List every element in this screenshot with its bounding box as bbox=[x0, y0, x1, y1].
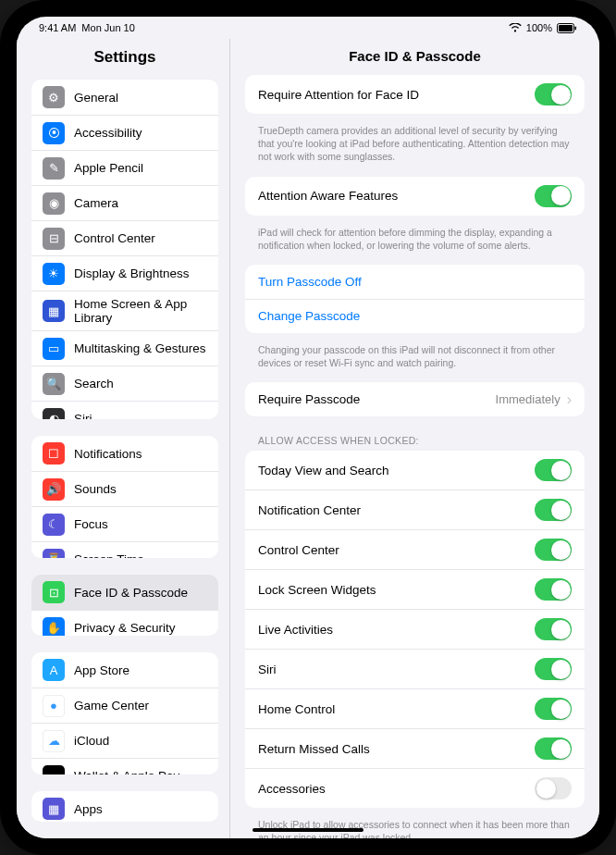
sidebar-item-label: Camera bbox=[74, 196, 118, 210]
sidebar-item-general[interactable]: ⚙General bbox=[31, 80, 218, 115]
require-attention-row[interactable]: Require Attention for Face ID bbox=[245, 75, 585, 114]
attention-aware-label: Attention Aware Features bbox=[258, 189, 398, 203]
sidebar-icon: ☀ bbox=[43, 263, 65, 285]
access-lock-screen-widgets-row[interactable]: Lock Screen Widgets bbox=[245, 569, 585, 609]
sidebar-item-apple-pencil[interactable]: ✎Apple Pencil bbox=[31, 150, 218, 185]
sidebar-icon: 🔍 bbox=[43, 373, 65, 395]
access-control-center-toggle[interactable] bbox=[535, 539, 572, 561]
access-live-activities-toggle[interactable] bbox=[535, 618, 572, 640]
access-home-control-toggle[interactable] bbox=[535, 698, 572, 720]
access-return-missed-calls-toggle[interactable] bbox=[535, 737, 572, 760]
home-indicator[interactable] bbox=[253, 828, 363, 832]
sidebar-item-sounds[interactable]: 🔊Sounds bbox=[31, 471, 218, 506]
sidebar-icon: ✎ bbox=[43, 157, 65, 180]
access-accessories-row[interactable]: Accessories bbox=[245, 768, 585, 808]
passcode-actions-footer: Changing your passcode on this iPad will… bbox=[245, 339, 585, 382]
svg-rect-2 bbox=[575, 26, 577, 30]
status-time: 9:41 AM bbox=[39, 22, 76, 33]
attention-aware-row[interactable]: Attention Aware Features bbox=[245, 177, 585, 216]
access-control-center-row[interactable]: Control Center bbox=[245, 529, 585, 569]
sidebar-item-game-center[interactable]: ●Game Center bbox=[31, 688, 218, 723]
sidebar-item-label: Screen Time bbox=[74, 552, 144, 558]
sidebar-item-apps[interactable]: ▦Apps bbox=[31, 791, 218, 822]
sidebar-item-wallet-apple-pay[interactable]: ▭Wallet & Apple Pay bbox=[31, 758, 218, 774]
sidebar-item-control-center[interactable]: ⊟Control Center bbox=[31, 220, 218, 255]
row-label: Home Control bbox=[258, 702, 335, 716]
sidebar-item-icloud[interactable]: ☁iCloud bbox=[31, 723, 218, 758]
sidebar-item-search[interactable]: 🔍Search bbox=[31, 366, 218, 401]
turn-passcode-off-button[interactable]: Turn Passcode Off bbox=[245, 265, 585, 299]
sidebar-item-notifications[interactable]: ☐Notifications bbox=[31, 436, 218, 471]
sidebar-item-label: Display & Brightness bbox=[74, 266, 190, 280]
sidebar-item-face-id-passcode[interactable]: ⊡Face ID & Passcode bbox=[31, 575, 218, 610]
device-frame: 9:41 AM Mon Jun 10 100% Settings ⚙Genera… bbox=[0, 0, 616, 855]
sidebar-item-multitasking-gestures[interactable]: ▭Multitasking & Gestures bbox=[31, 330, 218, 366]
wifi-icon bbox=[509, 23, 522, 32]
sidebar-item-label: Accessibility bbox=[74, 126, 142, 140]
battery-pct: 100% bbox=[526, 22, 552, 33]
sidebar-item-privacy-security[interactable]: ✋Privacy & Security bbox=[31, 610, 218, 636]
attention-aware-toggle[interactable] bbox=[535, 185, 572, 207]
row-label: Lock Screen Widgets bbox=[258, 583, 376, 597]
detail-scroll[interactable]: Require Attention for Face ID TrueDepth … bbox=[230, 75, 599, 838]
sidebar-item-label: Focus bbox=[74, 517, 108, 531]
sidebar-item-display-brightness[interactable]: ☀Display & Brightness bbox=[31, 255, 218, 291]
access-siri-toggle[interactable] bbox=[535, 658, 572, 680]
access-live-activities-row[interactable]: Live Activities bbox=[245, 609, 585, 649]
row-label: Live Activities bbox=[258, 623, 333, 637]
sidebar-item-label: Privacy & Security bbox=[74, 621, 176, 635]
attention-aware-footer: iPad will check for attention before dim… bbox=[245, 221, 585, 265]
sidebar-item-accessibility[interactable]: ⦿Accessibility bbox=[31, 115, 218, 150]
sidebar-icon: ⦿ bbox=[43, 122, 65, 144]
status-date: Mon Jun 10 bbox=[81, 22, 134, 33]
require-attention-label: Require Attention for Face ID bbox=[258, 88, 419, 102]
access-today-view-and-search-row[interactable]: Today View and Search bbox=[245, 451, 585, 489]
sidebar-item-label: iCloud bbox=[74, 734, 109, 748]
access-locked-footer: Unlock iPad to allow accessories to conn… bbox=[245, 813, 585, 838]
sidebar-icon: ☐ bbox=[43, 442, 65, 465]
sidebar-item-label: Siri bbox=[74, 412, 92, 419]
sidebar-item-app-store[interactable]: AApp Store bbox=[31, 652, 218, 688]
sidebar-icon: ⊡ bbox=[43, 581, 65, 603]
sidebar-item-siri[interactable]: ◐Siri bbox=[31, 401, 218, 419]
access-locked-list: Today View and SearchNotification Center… bbox=[245, 451, 585, 808]
row-label: Notification Center bbox=[258, 503, 361, 517]
access-notification-center-row[interactable]: Notification Center bbox=[245, 489, 585, 529]
access-accessories-toggle[interactable] bbox=[535, 777, 572, 799]
access-home-control-row[interactable]: Home Control bbox=[245, 688, 585, 728]
row-label: Return Missed Calls bbox=[258, 742, 370, 756]
access-lock-screen-widgets-toggle[interactable] bbox=[535, 578, 572, 601]
sidebar-icon: ◉ bbox=[43, 192, 65, 215]
access-locked-header: Allow Access When Locked: bbox=[245, 422, 585, 451]
require-passcode-label: Require Passcode bbox=[258, 392, 360, 406]
detail-title: Face ID & Passcode bbox=[230, 39, 599, 75]
sidebar-icon: ☁ bbox=[43, 730, 65, 752]
sidebar-icon: ✋ bbox=[43, 617, 65, 636]
sidebar-item-label: Search bbox=[74, 377, 114, 390]
sidebar-item-focus[interactable]: ☾Focus bbox=[31, 506, 218, 541]
require-passcode-value: Immediately bbox=[496, 392, 561, 406]
access-return-missed-calls-row[interactable]: Return Missed Calls bbox=[245, 728, 585, 768]
sidebar-item-label: Face ID & Passcode bbox=[74, 586, 188, 600]
access-siri-row[interactable]: Siri bbox=[245, 649, 585, 688]
sidebar-icon: ⚙ bbox=[43, 86, 65, 108]
row-label: Control Center bbox=[258, 543, 339, 557]
statusbar: 9:41 AM Mon Jun 10 100% bbox=[17, 17, 599, 39]
sidebar-item-label: Game Center bbox=[74, 699, 149, 712]
sidebar-item-label: Home Screen & App Library bbox=[74, 297, 207, 325]
sidebar-title: Settings bbox=[31, 39, 218, 80]
sidebar-item-camera[interactable]: ◉Camera bbox=[31, 185, 218, 220]
change-passcode-button[interactable]: Change Passcode bbox=[245, 299, 585, 333]
sidebar-item-label: Sounds bbox=[74, 482, 117, 496]
access-today-view-and-search-toggle[interactable] bbox=[535, 459, 572, 481]
sidebar-icon: ● bbox=[43, 695, 65, 717]
sidebar-item-home-screen-app-library[interactable]: ▦Home Screen & App Library bbox=[31, 291, 218, 330]
sidebar-icon: ▭ bbox=[43, 338, 65, 360]
sidebar-item-label: Control Center bbox=[74, 231, 155, 245]
require-attention-toggle[interactable] bbox=[535, 83, 572, 105]
settings-sidebar[interactable]: Settings ⚙General⦿Accessibility✎Apple Pe… bbox=[17, 39, 229, 838]
sidebar-icon: ▭ bbox=[43, 765, 65, 774]
access-notification-center-toggle[interactable] bbox=[535, 499, 572, 521]
sidebar-item-screen-time[interactable]: ⏳Screen Time bbox=[31, 541, 218, 558]
require-passcode-row[interactable]: Require Passcode Immediately › bbox=[245, 382, 585, 416]
